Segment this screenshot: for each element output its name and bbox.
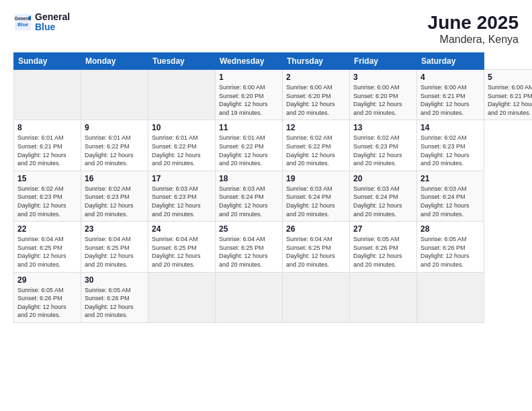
day-detail: Sunrise: 6:04 AMSunset: 6:25 PMDaylight:…: [17, 235, 77, 269]
day-number: 28: [420, 224, 480, 234]
day-detail: Sunrise: 6:03 AMSunset: 6:23 PMDaylight:…: [152, 185, 212, 218]
day-number: 15: [17, 174, 77, 183]
calendar-title: June 2025: [428, 12, 519, 34]
calendar-cell: 12Sunrise: 6:02 AMSunset: 6:22 PMDayligh…: [283, 120, 350, 171]
calendar-week-row: 29Sunrise: 6:05 AMSunset: 6:26 PMDayligh…: [14, 272, 533, 322]
day-detail: Sunrise: 6:04 AMSunset: 6:25 PMDaylight:…: [85, 235, 144, 269]
logo-icon: General Blue: [13, 13, 32, 32]
calendar-cell: 18Sunrise: 6:03 AMSunset: 6:24 PMDayligh…: [216, 171, 283, 221]
calendar-cell: 10Sunrise: 6:01 AMSunset: 6:22 PMDayligh…: [148, 120, 216, 171]
calendar-cell: 17Sunrise: 6:03 AMSunset: 6:23 PMDayligh…: [148, 171, 216, 221]
calendar-cell: 5Sunrise: 6:00 AMSunset: 6:21 PMDaylight…: [484, 70, 533, 120]
day-number: 27: [353, 224, 413, 234]
calendar-cell: 3Sunrise: 6:00 AMSunset: 6:20 PMDaylight…: [350, 70, 417, 120]
calendar-cell: 15Sunrise: 6:02 AMSunset: 6:23 PMDayligh…: [14, 171, 81, 221]
day-number: 12: [286, 123, 346, 132]
calendar-cell: [81, 70, 148, 120]
day-number: 8: [17, 123, 77, 132]
calendar-day-header: Sunday: [14, 53, 81, 70]
day-detail: Sunrise: 6:02 AMSunset: 6:22 PMDaylight:…: [286, 134, 346, 167]
calendar-cell: [14, 70, 81, 120]
day-number: 10: [152, 123, 212, 132]
day-number: 14: [420, 123, 480, 132]
calendar-header-row: SundayMondayTuesdayWednesdayThursdayFrid…: [14, 53, 533, 70]
calendar-cell: 16Sunrise: 6:02 AMSunset: 6:23 PMDayligh…: [81, 171, 148, 221]
day-number: 29: [17, 275, 77, 285]
calendar-cell: 8Sunrise: 6:01 AMSunset: 6:21 PMDaylight…: [14, 120, 81, 171]
calendar-cell: 13Sunrise: 6:02 AMSunset: 6:23 PMDayligh…: [350, 120, 417, 171]
calendar-cell: [148, 272, 216, 322]
day-number: 16: [85, 174, 144, 183]
day-detail: Sunrise: 6:02 AMSunset: 6:23 PMDaylight:…: [17, 185, 77, 218]
calendar-cell: [148, 70, 216, 120]
day-detail: Sunrise: 6:05 AMSunset: 6:26 PMDaylight:…: [85, 286, 144, 320]
day-detail: Sunrise: 6:02 AMSunset: 6:23 PMDaylight:…: [353, 134, 413, 167]
calendar-cell: [283, 272, 350, 322]
calendar-cell: 25Sunrise: 6:04 AMSunset: 6:25 PMDayligh…: [216, 222, 283, 272]
calendar-day-header: Friday: [350, 53, 417, 70]
day-number: 25: [219, 224, 279, 234]
calendar-cell: [216, 272, 283, 322]
calendar-cell: 9Sunrise: 6:01 AMSunset: 6:22 PMDaylight…: [81, 120, 148, 171]
day-detail: Sunrise: 6:02 AMSunset: 6:23 PMDaylight:…: [85, 185, 144, 218]
calendar-cell: 23Sunrise: 6:04 AMSunset: 6:25 PMDayligh…: [81, 222, 148, 272]
calendar-subtitle: Mandera, Kenya: [428, 34, 519, 46]
day-number: 9: [85, 123, 144, 132]
day-number: 19: [286, 174, 346, 183]
day-number: 30: [85, 275, 144, 285]
calendar-week-row: 22Sunrise: 6:04 AMSunset: 6:25 PMDayligh…: [14, 222, 533, 272]
calendar-table: SundayMondayTuesdayWednesdayThursdayFrid…: [13, 52, 532, 323]
day-number: 5: [488, 73, 532, 82]
calendar-cell: [417, 272, 484, 322]
day-detail: Sunrise: 6:01 AMSunset: 6:21 PMDaylight:…: [17, 134, 77, 167]
day-number: 23: [85, 224, 144, 234]
day-number: 4: [420, 73, 480, 82]
day-number: 13: [353, 123, 413, 132]
day-detail: Sunrise: 6:05 AMSunset: 6:26 PMDaylight:…: [420, 235, 480, 269]
calendar-cell: 26Sunrise: 6:04 AMSunset: 6:25 PMDayligh…: [283, 222, 350, 272]
day-number: 1: [219, 73, 279, 82]
calendar-cell: 1Sunrise: 6:00 AMSunset: 6:20 PMDaylight…: [216, 70, 283, 120]
calendar-cell: 28Sunrise: 6:05 AMSunset: 6:26 PMDayligh…: [417, 222, 484, 272]
calendar-week-row: 15Sunrise: 6:02 AMSunset: 6:23 PMDayligh…: [14, 171, 533, 221]
calendar-cell: 30Sunrise: 6:05 AMSunset: 6:26 PMDayligh…: [81, 272, 148, 322]
day-detail: Sunrise: 6:05 AMSunset: 6:26 PMDaylight:…: [353, 235, 413, 269]
calendar-day-header: Thursday: [283, 53, 350, 70]
day-detail: Sunrise: 6:00 AMSunset: 6:20 PMDaylight:…: [353, 83, 413, 117]
calendar-cell: 14Sunrise: 6:02 AMSunset: 6:23 PMDayligh…: [417, 120, 484, 171]
day-number: 22: [17, 224, 77, 234]
logo: General Blue General Blue: [13, 12, 70, 33]
calendar-week-row: 8Sunrise: 6:01 AMSunset: 6:21 PMDaylight…: [14, 120, 533, 171]
day-detail: Sunrise: 6:04 AMSunset: 6:25 PMDaylight:…: [152, 235, 212, 269]
calendar-day-header: Saturday: [417, 53, 484, 70]
calendar-day-header: Tuesday: [148, 53, 216, 70]
calendar-cell: 29Sunrise: 6:05 AMSunset: 6:26 PMDayligh…: [14, 272, 81, 322]
calendar-day-header: Wednesday: [216, 53, 283, 70]
logo-text: General Blue: [35, 12, 70, 33]
day-detail: Sunrise: 6:02 AMSunset: 6:23 PMDaylight:…: [420, 134, 480, 167]
calendar-cell: 2Sunrise: 6:00 AMSunset: 6:20 PMDaylight…: [283, 70, 350, 120]
day-detail: Sunrise: 6:00 AMSunset: 6:20 PMDaylight:…: [219, 83, 279, 117]
day-number: 17: [152, 174, 212, 183]
day-detail: Sunrise: 6:03 AMSunset: 6:24 PMDaylight:…: [286, 185, 346, 218]
day-number: 20: [353, 174, 413, 183]
calendar-page: General Blue General Blue June 2025 Mand…: [0, 0, 532, 411]
calendar-cell: 20Sunrise: 6:03 AMSunset: 6:24 PMDayligh…: [350, 171, 417, 221]
calendar-cell: 19Sunrise: 6:03 AMSunset: 6:24 PMDayligh…: [283, 171, 350, 221]
title-block: June 2025 Mandera, Kenya: [428, 12, 519, 46]
calendar-cell: 24Sunrise: 6:04 AMSunset: 6:25 PMDayligh…: [148, 222, 216, 272]
calendar-cell: 11Sunrise: 6:01 AMSunset: 6:22 PMDayligh…: [216, 120, 283, 171]
calendar-cell: 27Sunrise: 6:05 AMSunset: 6:26 PMDayligh…: [350, 222, 417, 272]
day-detail: Sunrise: 6:03 AMSunset: 6:24 PMDaylight:…: [219, 185, 279, 218]
calendar-day-header: Monday: [81, 53, 148, 70]
calendar-cell: 22Sunrise: 6:04 AMSunset: 6:25 PMDayligh…: [14, 222, 81, 272]
day-detail: Sunrise: 6:03 AMSunset: 6:24 PMDaylight:…: [420, 185, 480, 218]
day-detail: Sunrise: 6:00 AMSunset: 6:21 PMDaylight:…: [420, 83, 480, 117]
day-number: 2: [286, 73, 346, 82]
day-number: 18: [219, 174, 279, 183]
day-detail: Sunrise: 6:05 AMSunset: 6:26 PMDaylight:…: [17, 286, 77, 320]
day-number: 11: [219, 123, 279, 132]
day-detail: Sunrise: 6:04 AMSunset: 6:25 PMDaylight:…: [219, 235, 279, 269]
day-number: 21: [420, 174, 480, 183]
day-number: 3: [353, 73, 413, 82]
